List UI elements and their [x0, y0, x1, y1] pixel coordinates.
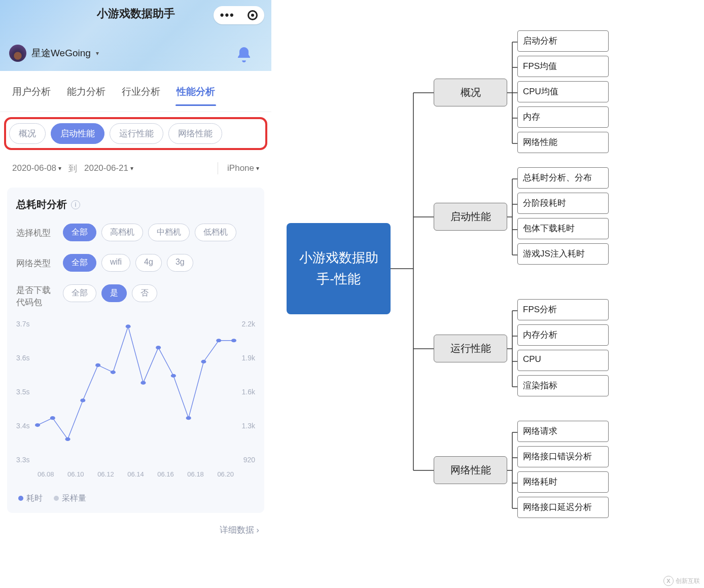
diagram-branch: 概况	[434, 79, 507, 106]
date-to-label: 到	[68, 163, 77, 174]
xaxis: 06.08 06.10 06.12 06.14 06.16 06.18 06.2…	[38, 470, 234, 478]
svg-point-6	[126, 324, 131, 328]
subtab-network[interactable]: 网络性能	[168, 123, 222, 144]
svg-point-9	[171, 374, 176, 377]
yaxis-left: 3.7s 3.6s 3.5s 3.4s 3.3s	[16, 320, 37, 464]
diagram-branch: 运行性能	[434, 335, 507, 362]
watermark-icon: X	[663, 576, 674, 586]
net-3g[interactable]: 3g	[167, 254, 193, 272]
card-title: 总耗时分析	[16, 198, 67, 211]
pkg-no[interactable]: 否	[132, 284, 157, 302]
svg-point-7	[140, 381, 146, 384]
tab-ability[interactable]: 能力分析	[67, 85, 105, 105]
chevron-right-icon: ›	[256, 525, 259, 535]
close-icon[interactable]	[248, 10, 258, 20]
diagram-leaf: 总耗时分析、分布	[517, 167, 609, 189]
diagram-leaf: 分阶段耗时	[517, 193, 609, 214]
svg-point-10	[186, 416, 191, 420]
svg-point-13	[231, 339, 236, 342]
svg-point-5	[111, 370, 116, 374]
pkg-yes[interactable]: 是	[101, 284, 127, 302]
mindmap-diagram: 小游戏数据助手-性能 启动分析FPS均值CPU均值内存网络性能概况总耗时分析、分…	[287, 0, 704, 588]
watermark: X 创新互联	[663, 576, 700, 586]
svg-point-4	[95, 363, 100, 366]
line-chart: 3.7s 3.6s 3.5s 3.4s 3.3s 2.2k 1.9k 1.6k …	[16, 320, 255, 482]
svg-point-12	[216, 339, 221, 342]
diagram-leaf: 网络性能	[517, 132, 609, 153]
diagram-leaf: 游戏JS注入耗时	[517, 243, 609, 265]
diagram-leaf: 内存分析	[517, 324, 609, 346]
diagram-leaf: CPU均值	[517, 81, 609, 102]
tab-performance[interactable]: 性能分析	[177, 85, 215, 105]
svg-point-8	[156, 346, 161, 349]
diagram-leaf: 渲染指标	[517, 375, 609, 396]
detail-data-link[interactable]: 详细数据 ›	[0, 519, 271, 536]
net-wifi[interactable]: wifi	[101, 254, 130, 272]
svg-point-3	[80, 398, 85, 402]
model-mid[interactable]: 中档机	[148, 224, 190, 241]
subtab-runtime[interactable]: 运行性能	[110, 123, 163, 144]
tab-industry[interactable]: 行业分析	[122, 85, 160, 105]
model-all[interactable]: 全部	[63, 224, 96, 241]
diagram-leaf: CPU	[517, 350, 609, 371]
yaxis-right: 2.2k 1.9k 1.6k 1.3k 920	[235, 320, 255, 464]
date-filter-row: 2020-06-08 ▾ 到 2020-06-21 ▾ iPhone ▾	[0, 155, 271, 181]
diagram-branch: 启动性能	[434, 203, 507, 231]
model-low[interactable]: 低档机	[195, 224, 236, 241]
info-icon[interactable]: i	[71, 200, 80, 209]
pkg-all[interactable]: 全部	[63, 284, 96, 302]
subtab-overview[interactable]: 概况	[9, 123, 46, 144]
diagram-leaf: FPS均值	[517, 56, 609, 77]
chart-legend: 耗时 采样量	[16, 482, 255, 506]
chart-plot	[38, 323, 234, 464]
svg-point-2	[65, 437, 71, 440]
diagram-leaf: 网络请求	[517, 421, 609, 442]
net-all[interactable]: 全部	[63, 254, 96, 272]
more-icon[interactable]: •••	[220, 9, 235, 22]
avatar	[9, 45, 26, 62]
diagram-root: 小游戏数据助手-性能	[287, 223, 391, 314]
perf-subtabs-highlight: 概况 启动性能 运行性能 网络性能	[4, 117, 267, 150]
net-4g[interactable]: 4g	[135, 254, 162, 272]
chevron-down-icon: ▾	[96, 50, 99, 57]
diagram-leaf: 启动分析	[517, 30, 609, 52]
diagram-branch: 网络性能	[434, 456, 507, 484]
diagram-leaf: 网络接口延迟分析	[517, 497, 609, 518]
subtab-startup[interactable]: 启动性能	[51, 123, 104, 144]
svg-point-0	[35, 423, 40, 427]
diagram-leaf: 网络耗时	[517, 471, 609, 493]
analysis-tabs: 用户分析 能力分析 行业分析 性能分析	[0, 71, 271, 112]
filter-label-pkg: 是否下载代码包	[16, 284, 56, 309]
chevron-down-icon: ▾	[130, 165, 133, 172]
miniapp-capsule[interactable]: •••	[214, 6, 264, 24]
diagram-leaf: 包体下载耗时	[517, 218, 609, 239]
diagram-leaf: 网络接口错误分析	[517, 446, 609, 467]
game-name: 星途WeGoing	[31, 47, 91, 60]
chevron-down-icon: ▾	[256, 165, 259, 172]
phone-screenshot: 小游戏数据助手 ••• 星途WeGoing ▾ 用户分析 能力分析 行业分析 性…	[0, 0, 271, 588]
diagram-leaf: FPS分析	[517, 299, 609, 320]
tab-user[interactable]: 用户分析	[12, 85, 51, 105]
device-selector[interactable]: iPhone	[227, 163, 254, 173]
game-selector[interactable]: 星途WeGoing ▾	[9, 45, 99, 62]
model-high[interactable]: 高档机	[101, 224, 143, 241]
bell-icon[interactable]	[235, 46, 253, 64]
analysis-card: 总耗时分析 i 选择机型 全部 高档机 中档机 低档机 网络类型 全部 wifi…	[7, 188, 264, 513]
diagram-leaf: 内存	[517, 106, 609, 128]
svg-point-1	[50, 416, 55, 420]
phone-header: 小游戏数据助手 ••• 星途WeGoing ▾	[0, 0, 271, 71]
filter-label-net: 网络类型	[16, 254, 56, 273]
date-start[interactable]: 2020-06-08	[12, 163, 56, 173]
date-end[interactable]: 2020-06-21	[84, 163, 128, 173]
chevron-down-icon: ▾	[58, 165, 61, 172]
svg-point-11	[201, 359, 206, 363]
filter-label-model: 选择机型	[16, 224, 56, 243]
